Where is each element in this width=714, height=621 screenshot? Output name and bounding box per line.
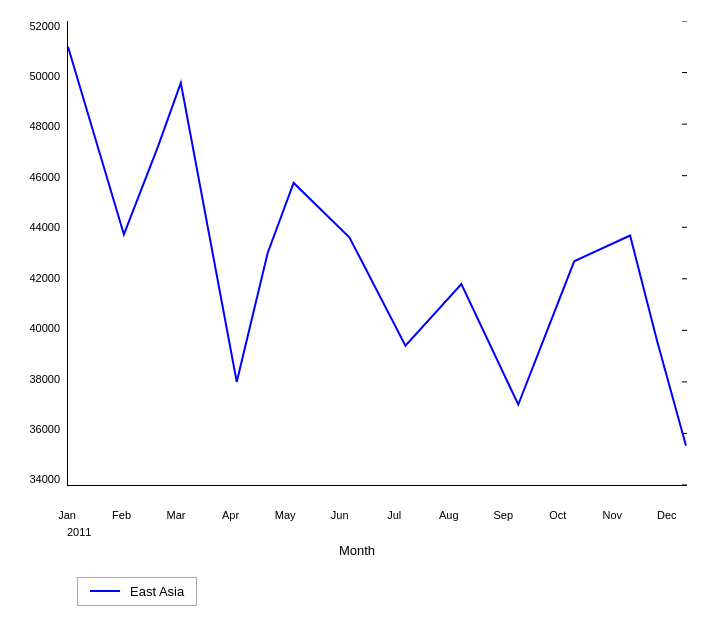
y-label-42000: 42000 <box>29 273 60 284</box>
chart-container: 52000 50000 48000 46000 44000 42000 4000… <box>7 6 707 616</box>
x-label-dec: Dec <box>647 509 687 521</box>
y-label-52000: 52000 <box>29 21 60 32</box>
x-axis-labels: Jan Feb Mar Apr May Jun Jul Aug Sep Oct … <box>67 504 687 521</box>
legend-east-asia: East Asia <box>130 584 184 599</box>
y-label-44000: 44000 <box>29 222 60 233</box>
y-label-34000: 34000 <box>29 474 60 485</box>
y-label-50000: 50000 <box>29 71 60 82</box>
x-label-jun: Jun <box>320 509 360 521</box>
y-axis-labels: 52000 50000 48000 46000 44000 42000 4000… <box>7 21 65 486</box>
x-label-oct: Oct <box>538 509 578 521</box>
x-label-mar: Mar <box>156 509 196 521</box>
y-label-38000: 38000 <box>29 374 60 385</box>
y-label-48000: 48000 <box>29 121 60 132</box>
legend: East Asia <box>77 577 197 606</box>
east-asia-line <box>68 46 686 445</box>
year-label: 2011 <box>67 526 91 538</box>
chart-plot-area <box>67 21 687 486</box>
y-label-36000: 36000 <box>29 424 60 435</box>
x-label-apr: Apr <box>211 509 251 521</box>
y-label-40000: 40000 <box>29 323 60 334</box>
x-label-jan: Jan <box>47 509 87 521</box>
x-label-may: May <box>265 509 305 521</box>
x-label-nov: Nov <box>592 509 632 521</box>
x-label-aug: Aug <box>429 509 469 521</box>
legend-line-icon <box>90 590 120 592</box>
x-label-sep: Sep <box>483 509 523 521</box>
x-label-feb: Feb <box>102 509 142 521</box>
x-axis-title: Month <box>7 543 707 558</box>
y-label-46000: 46000 <box>29 172 60 183</box>
x-label-jul: Jul <box>374 509 414 521</box>
line-chart-svg <box>68 21 687 485</box>
